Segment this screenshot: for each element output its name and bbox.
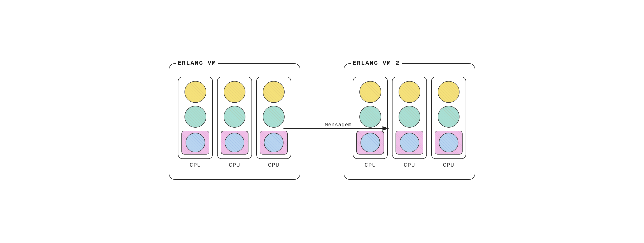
vm1-cpu2-teal-hatch	[224, 106, 245, 127]
vm2-cpu3-inner	[431, 77, 466, 159]
vm2-cpu3-teal-hatch	[438, 106, 459, 127]
vm1-cpu2-blue-hatch	[225, 133, 244, 152]
vm2-cpu2-yellow-circle	[398, 81, 420, 103]
vm2-box: ERLANG VM 2 CPU	[344, 63, 475, 180]
vm1-cpu2-yellow-circle	[224, 81, 246, 103]
vm2-cpu3-yellow-hatch	[438, 81, 459, 102]
vm2-cpu1-inner	[353, 77, 388, 159]
vm2-cpu2-teal-circle	[398, 106, 420, 128]
vm2-cpu2-blue-circle	[400, 133, 419, 152]
vm1-cpu1-teal-circle	[184, 106, 206, 128]
vm2-cpu1-teal-circle	[360, 106, 381, 128]
vm2-cpu1-yellow-hatch	[360, 81, 381, 102]
vm2-cpu-group: CPU CPU	[353, 77, 466, 168]
vm1-cpu3-label: CPU	[268, 162, 280, 168]
vm2-cpu1-blue-hatch	[361, 133, 380, 152]
vm1-cpu2-teal-circle	[224, 106, 246, 128]
vm2-cpu1-label: CPU	[365, 162, 376, 168]
vm1-cpu3-blue-hatch	[264, 133, 283, 152]
vm2-cpu1-col: CPU	[353, 77, 388, 168]
vm2-label: ERLANG VM 2	[351, 60, 402, 66]
diagram: ERLANG VM CPU	[0, 0, 644, 243]
vm1-cpu2-label: CPU	[229, 162, 240, 168]
vm2-cpu3-yellow-circle	[438, 81, 460, 103]
vm2-cpu2-label: CPU	[404, 162, 415, 168]
vm2-cpu3-blue-hatch	[439, 133, 458, 152]
vm1-label: ERLANG VM	[176, 60, 218, 66]
vm2-cpu2-yellow-hatch	[399, 81, 420, 102]
vm1-cpu2-mailbox	[220, 131, 248, 155]
vm2-cpu2-inner	[392, 77, 427, 159]
vm1-cpu1-col: CPU	[178, 77, 213, 168]
vm2-cpu2-blue-hatch	[400, 133, 419, 152]
vm1-cpu2-col: CPU	[217, 77, 252, 168]
vm2-cpu2-mailbox	[396, 131, 424, 155]
vm1-cpu3-yellow-hatch	[263, 81, 284, 102]
vm2-cpu1-teal-hatch	[360, 106, 381, 127]
vm1-cpu1-label: CPU	[190, 162, 201, 168]
vm1-cpu-group: CPU CPU	[178, 77, 291, 168]
vm1-cpu1-teal-hatch	[185, 106, 206, 127]
vm1-box: ERLANG VM CPU	[169, 63, 300, 180]
vm1-cpu3-yellow-circle	[263, 81, 284, 103]
vm2-cpu3-col: CPU	[431, 77, 466, 168]
vm2-cpu3-mailbox	[435, 131, 462, 155]
vm1-cpu2-yellow-hatch	[224, 81, 245, 102]
vm2-cpu1-mailbox	[356, 131, 384, 155]
vm2-cpu1-blue-circle	[360, 133, 380, 152]
vm1-cpu1-yellow-hatch	[185, 81, 206, 102]
vm1-cpu2-blue-circle	[225, 133, 244, 152]
vm2-cpu1-yellow-circle	[360, 81, 381, 103]
vm1-cpu1-inner	[178, 77, 213, 159]
vm1-cpu3-blue-circle	[264, 133, 284, 152]
vm1-cpu1-blue-circle	[186, 133, 205, 152]
vm1-cpu3-inner	[256, 77, 291, 159]
vm1-cpu1-yellow-circle	[184, 81, 206, 103]
vm2-cpu2-col: CPU	[392, 77, 427, 168]
vm1-cpu1-mailbox	[182, 131, 209, 155]
vm2-cpu3-label: CPU	[443, 162, 454, 168]
vm2-cpu3-blue-circle	[439, 133, 458, 152]
vm2-cpu3-teal-circle	[438, 106, 460, 128]
vm1-cpu1-blue-hatch	[186, 133, 205, 152]
vm2-cpu2-teal-hatch	[399, 106, 420, 127]
vm1-cpu2-inner	[217, 77, 252, 159]
vm1-cpu3-teal-hatch	[263, 106, 284, 127]
